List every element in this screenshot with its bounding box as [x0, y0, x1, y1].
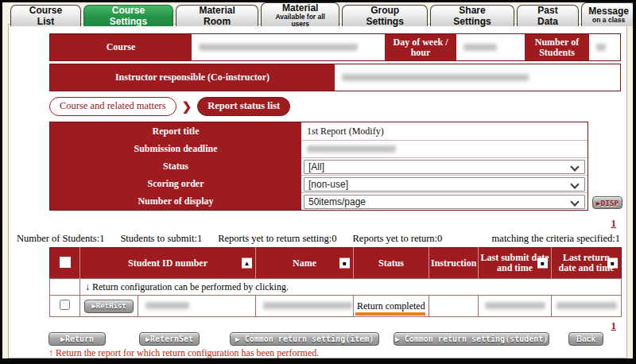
return-button[interactable]: ▶Return: [48, 332, 106, 346]
chevron-down-icon: [570, 197, 579, 206]
breadcrumb-parent[interactable]: Course and related matters: [49, 97, 176, 116]
tab-label: Material: [282, 2, 318, 14]
redacted-student-count: [596, 44, 606, 51]
day-of-week-label: Day of week / hour: [385, 34, 456, 60]
table-note-row: ↓ Return configuration can be performed …: [50, 279, 622, 296]
number-of-students-value: [589, 34, 620, 60]
page-link-1[interactable]: 1: [611, 319, 617, 332]
instructor-value: [335, 64, 620, 91]
chevron-down-icon: [570, 180, 579, 188]
tab-course-list[interactable]: Course List: [10, 5, 81, 26]
instructor-label: Instructor responsible (Co-instructor): [50, 64, 335, 91]
col-last-return-label: Last return date and time: [559, 252, 615, 273]
scoring-order-label: Scoring order: [50, 175, 301, 192]
back-button[interactable]: Back: [568, 332, 603, 346]
tab-group-settings[interactable]: Group Settings: [342, 5, 428, 26]
breadcrumb-current: Report status list: [197, 97, 290, 116]
rethist-button[interactable]: ▶RetHist: [84, 300, 134, 313]
instruction-cell: [429, 296, 479, 317]
status-selected-value: [All]: [308, 161, 324, 172]
count-yet-return: Reports yet to return:0: [353, 233, 443, 245]
return-footnote: ↑ Return the report for which return con…: [48, 347, 319, 359]
tab-bar: Course List Course Settings Material Roo…: [10, 2, 636, 26]
count-yet-return-setting: Reports yet to return setting:0: [218, 233, 336, 245]
redacted-deadline: [307, 145, 396, 153]
number-of-students-label: Number of Students: [525, 34, 589, 60]
page-link-1[interactable]: 1: [611, 217, 617, 230]
count-number-of-students: Number of Students:1: [17, 233, 104, 245]
table-row: ▶RetHist Return completed: [50, 296, 622, 317]
number-of-display-label: Number of display: [50, 192, 301, 210]
col-last-submit-header: Last submit date and time ■: [479, 248, 552, 279]
col-status-label: Status: [378, 258, 404, 269]
tab-label: Past Data: [528, 5, 568, 27]
app-window: Course List Course Settings Material Roo…: [0, 0, 636, 364]
tab-sublabel: Available for all users: [268, 14, 332, 28]
tab-share-settings[interactable]: Share Settings: [430, 5, 514, 26]
table-header-row: Student ID number ▲ Name ■ Status Instru…: [50, 248, 622, 279]
common-return-setting-student-button[interactable]: ▶ Common return setting(student): [394, 332, 549, 346]
chevron-down-icon: [570, 162, 579, 171]
footer-buttons: ▶Return ▶ReternSet ▶ Common return setti…: [48, 332, 603, 346]
tab-message[interactable]: Message on a class: [581, 2, 636, 26]
submission-deadline-label: Submission deadline: [50, 140, 301, 157]
col-name-header: Name ■: [256, 248, 354, 279]
tab-label: Course Settings: [95, 5, 162, 27]
scoring-order-select[interactable]: [non-use]: [304, 177, 585, 192]
disp-button[interactable]: ▶DISP: [592, 196, 622, 209]
number-of-display-select[interactable]: 50items/page: [304, 195, 585, 209]
col-last-return-header: Last return date and time ■: [552, 248, 622, 279]
column-toggle-icon[interactable]: ■: [537, 258, 548, 269]
count-students-to-submit: Students to submit:1: [120, 233, 202, 245]
col-student-id-header: Student ID number ▲: [80, 248, 256, 279]
tab-material[interactable]: Material Available for all users: [261, 2, 339, 26]
tab-label: Material Room: [187, 5, 247, 27]
col-instruction-label: Instruction: [431, 258, 476, 269]
report-title-label: Report title: [50, 122, 301, 140]
tab-sublabel: on a class: [592, 17, 625, 24]
row-checkbox[interactable]: [60, 300, 70, 310]
tab-past-data[interactable]: Past Data: [517, 5, 580, 26]
count-matching-criteria: matching the criteria specified:1: [492, 233, 620, 245]
report-filter-table: Report title 1st Report (Modify) Submiss…: [49, 122, 588, 211]
chevron-right-icon: ❯: [182, 99, 192, 114]
tab-label: Message: [588, 6, 629, 17]
return-config-note: ↓ Return configuration can be performed …: [80, 279, 622, 296]
select-all-checkbox[interactable]: [60, 257, 71, 268]
scoring-order-selected-value: [non-use]: [308, 179, 348, 190]
sort-asc-icon[interactable]: ▲: [242, 258, 252, 269]
content-panel: Course Day of week / hour Number of Stud…: [8, 24, 627, 358]
redacted-last-return: [556, 302, 617, 309]
column-toggle-icon[interactable]: ■: [339, 258, 350, 269]
redacted-last-submit: [485, 302, 545, 309]
report-title-value: 1st Report (Modify): [304, 126, 384, 137]
redacted-course-name: [199, 44, 358, 51]
redacted-student-name: [263, 302, 352, 309]
tab-label: Course List: [21, 5, 70, 27]
tab-label: Group Settings: [353, 5, 417, 27]
tab-material-room[interactable]: Material Room: [176, 5, 258, 26]
tab-label: Share Settings: [441, 5, 503, 27]
redacted-student-id: [145, 302, 189, 309]
display-selected-value: 50items/page: [308, 196, 366, 207]
summary-counts: Number of Students:1 Students to submit:…: [17, 233, 620, 245]
status-highlight-bar: [355, 312, 425, 316]
col-student-id-label: Student ID number: [128, 258, 207, 269]
tab-course-settings[interactable]: Course Settings: [83, 5, 173, 26]
col-instruction-header: Instruction: [429, 248, 479, 279]
redacted-instructor-name: [342, 74, 529, 81]
column-toggle-icon[interactable]: ■: [607, 258, 618, 269]
status-value: Return completed: [357, 300, 425, 312]
redacted-day-hour: [463, 44, 497, 51]
common-return-setting-item-button[interactable]: ▶ Common return setting(item): [230, 332, 379, 346]
course-label: Course: [50, 34, 192, 60]
returnset-button[interactable]: ▶ReternSet: [139, 332, 200, 346]
status-label: Status: [50, 157, 301, 175]
col-status-header: Status: [354, 248, 429, 279]
day-of-week-value: [456, 34, 525, 60]
empty-cell: [50, 279, 80, 296]
breadcrumb: Course and related matters ❯ Report stat…: [49, 97, 290, 116]
course-info-table: Course Day of week / hour Number of Stud…: [49, 33, 621, 91]
status-select[interactable]: [All]: [304, 160, 585, 174]
report-status-table: Student ID number ▲ Name ■ Status Instru…: [49, 247, 622, 317]
